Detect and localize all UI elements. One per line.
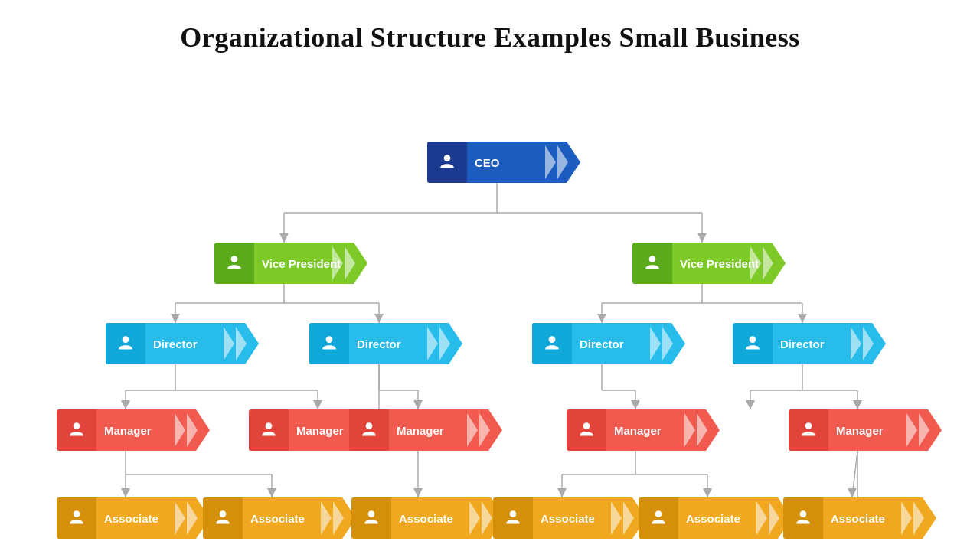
dir2-node: Director xyxy=(309,323,449,364)
svg-marker-43 xyxy=(374,314,384,323)
svg-marker-42 xyxy=(171,314,180,323)
dir3-icon xyxy=(532,323,572,364)
svg-point-65 xyxy=(74,422,80,429)
svg-line-38 xyxy=(852,451,858,497)
svg-line-16 xyxy=(379,364,418,409)
mgr1-icon xyxy=(57,409,96,451)
svg-marker-40 xyxy=(279,233,289,243)
asc6-icon xyxy=(783,497,823,539)
svg-point-62 xyxy=(326,336,333,343)
svg-point-74 xyxy=(655,510,662,517)
dir4-node: Director xyxy=(733,323,872,364)
svg-marker-48 xyxy=(413,400,423,409)
asc6-node: Associate xyxy=(783,497,923,539)
asc4-node: Associate xyxy=(493,497,632,539)
mgr4-icon xyxy=(567,409,606,451)
ceo-icon xyxy=(427,142,467,183)
svg-point-68 xyxy=(583,422,590,429)
asc3-icon xyxy=(351,497,391,539)
vp2-node: Vice President xyxy=(632,243,772,284)
svg-marker-53 xyxy=(267,488,276,497)
svg-marker-52 xyxy=(121,488,130,497)
dir1-node: Director xyxy=(106,323,245,364)
asc3-node: Associate xyxy=(351,497,491,539)
vp2-icon xyxy=(632,243,672,284)
asc1-icon xyxy=(57,497,96,539)
asc4-icon xyxy=(493,497,533,539)
svg-marker-56 xyxy=(703,488,712,497)
svg-marker-50 xyxy=(746,400,755,409)
svg-marker-54 xyxy=(413,488,423,497)
page-title: Organizational Structure Examples Small … xyxy=(0,0,980,61)
svg-marker-51 xyxy=(853,400,862,409)
asc2-icon xyxy=(203,497,243,539)
asc5-node: Associate xyxy=(639,497,778,539)
mgr2-icon xyxy=(249,409,289,451)
svg-point-58 xyxy=(444,155,451,161)
svg-marker-55 xyxy=(557,488,567,497)
svg-point-64 xyxy=(750,336,756,343)
svg-point-75 xyxy=(800,510,807,517)
svg-point-63 xyxy=(549,336,556,343)
svg-marker-44 xyxy=(597,314,606,323)
mgr1-node: Manager xyxy=(57,409,196,451)
dir2-icon xyxy=(309,323,349,364)
svg-point-72 xyxy=(368,510,375,517)
mgr5-node: Manager xyxy=(789,409,928,451)
dir3-node: Director xyxy=(532,323,671,364)
svg-point-67 xyxy=(366,422,373,429)
svg-point-73 xyxy=(510,510,517,517)
mgr4-node: Manager xyxy=(567,409,706,451)
dir1-icon xyxy=(106,323,145,364)
org-chart: CEO Vice President Vice President xyxy=(0,61,980,543)
ceo-node: CEO xyxy=(427,142,567,183)
svg-marker-57 xyxy=(848,488,857,497)
svg-point-61 xyxy=(122,336,129,343)
mgr3-icon xyxy=(349,409,389,451)
svg-point-66 xyxy=(266,422,273,429)
svg-point-59 xyxy=(231,256,238,262)
svg-point-60 xyxy=(649,256,656,262)
vp1-icon xyxy=(214,243,254,284)
vp1-node: Vice President xyxy=(214,243,354,284)
svg-marker-47 xyxy=(313,400,322,409)
svg-point-70 xyxy=(74,510,80,517)
asc2-node: Associate xyxy=(203,497,342,539)
mgr5-icon xyxy=(789,409,828,451)
svg-line-18 xyxy=(379,364,418,390)
connectors xyxy=(0,61,980,543)
mgr3-node: Manager xyxy=(349,409,488,451)
svg-point-71 xyxy=(220,510,227,517)
svg-marker-41 xyxy=(697,233,707,243)
svg-marker-45 xyxy=(798,314,807,323)
asc5-icon xyxy=(639,497,678,539)
dir4-icon xyxy=(733,323,773,364)
svg-marker-49 xyxy=(631,400,640,409)
asc1-node: Associate xyxy=(57,497,196,539)
svg-point-69 xyxy=(805,422,812,429)
svg-marker-46 xyxy=(121,400,130,409)
